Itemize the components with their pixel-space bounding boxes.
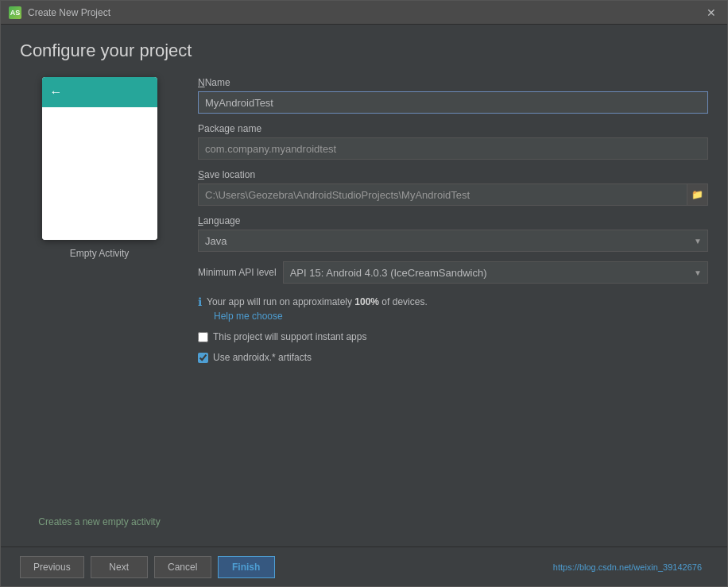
save-location-input[interactable] [198, 183, 687, 206]
activity-description: Creates a new empty activity [38, 516, 160, 540]
phone-header: ← [42, 77, 157, 107]
back-arrow-icon: ← [50, 85, 63, 99]
phone-body [42, 107, 157, 240]
browse-button[interactable]: 📁 [687, 183, 708, 206]
cancel-button[interactable]: Cancel [154, 556, 211, 578]
close-button[interactable]: ✕ [703, 5, 719, 21]
footer-url: https://blog.csdn.net/weixin_39142676 [553, 562, 702, 572]
package-value: com.company.myandroidtest [198, 137, 708, 160]
instant-apps-checkbox[interactable] [198, 332, 208, 342]
phone-preview: ← [42, 77, 157, 240]
finish-button[interactable]: Finish [218, 556, 275, 578]
name-group: NName [198, 77, 708, 114]
name-input[interactable] [198, 91, 708, 114]
instant-apps-row: This project will support instant apps [198, 331, 708, 342]
window-title: Create New Project [28, 7, 110, 18]
info-row: ℹ Your app will run on approximately 100… [198, 295, 708, 309]
next-button[interactable]: Next [91, 556, 148, 578]
info-text: Your app will run on approximately 100% … [207, 295, 428, 309]
androidx-checkbox[interactable] [198, 353, 208, 363]
app-icon: AS [9, 6, 21, 19]
api-select-wrapper: API 15: Android 4.0.3 (IceCreamSandwich)… [283, 261, 708, 284]
language-select[interactable]: Java Kotlin [198, 230, 708, 252]
previous-button[interactable]: Previous [20, 556, 84, 578]
save-label: Save location [198, 169, 708, 180]
activity-label: Empty Activity [70, 248, 130, 259]
bottom-bar: Previous Next Cancel Finish https://blog… [1, 546, 727, 586]
content-area: Configure your project ← Empty Activity … [1, 25, 727, 540]
androidx-label[interactable]: Use androidx.* artifacts [213, 352, 312, 363]
right-panel: NName Package name com.company.myandroid… [198, 77, 708, 540]
name-label: NName [198, 77, 708, 88]
button-group: Previous Next Cancel Finish [20, 556, 275, 578]
info-icon: ℹ [198, 295, 202, 308]
save-location-group: Save location 📁 [198, 169, 708, 206]
save-location-row: 📁 [198, 183, 708, 206]
package-label: Package name [198, 123, 708, 134]
language-label: Language [198, 215, 708, 226]
language-select-wrapper: Java Kotlin ▼ [198, 230, 708, 252]
info-section: ℹ Your app will run on approximately 100… [198, 293, 708, 322]
title-bar-left: AS Create New Project [9, 6, 110, 19]
package-group: Package name com.company.myandroidtest [198, 123, 708, 160]
page-title: Configure your project [20, 41, 708, 61]
api-row: Minimum API level API 15: Android 4.0.3 … [198, 261, 708, 284]
title-bar: AS Create New Project ✕ [1, 1, 727, 25]
main-area: ← Empty Activity Creates a new empty act… [20, 77, 708, 540]
main-window: AS Create New Project ✕ Configure your p… [0, 0, 728, 587]
language-group: Language Java Kotlin ▼ [198, 215, 708, 252]
help-link[interactable]: Help me choose [214, 311, 708, 322]
min-api-label: Minimum API level [198, 267, 277, 278]
androidx-row: Use androidx.* artifacts [198, 352, 708, 363]
left-panel: ← Empty Activity Creates a new empty act… [20, 77, 179, 540]
instant-apps-label[interactable]: This project will support instant apps [213, 331, 366, 342]
api-select[interactable]: API 15: Android 4.0.3 (IceCreamSandwich)… [283, 261, 708, 284]
